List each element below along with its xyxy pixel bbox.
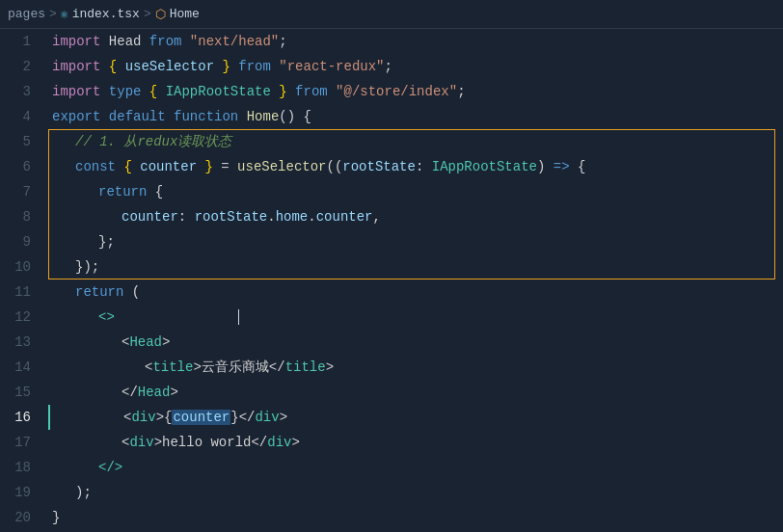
react-icon: ⚛ [61,7,68,22]
line-num-10: 10 [0,254,31,279]
line-num-5: 5 [0,129,31,154]
code-line-19: ); [48,480,783,505]
line-num-8: 8 [0,204,31,229]
line-num-3: 3 [0,79,31,104]
tab-bar: pages > ⚛ index.tsx > ⬡ Home [0,0,783,29]
line-num-1: 1 [0,29,31,54]
code-line-16: <div>{counter}</div> [48,405,783,430]
code-editor: 1 2 3 4 5 6 7 8 9 10 11 12 13 14 15 16 1… [0,29,783,532]
code-line-2: import { useSelector } from "react-redux… [48,54,783,79]
line-num-16: 16 [0,405,31,430]
line-num-14: 14 [0,355,31,380]
code-line-1: import Head from "next/head"; [48,29,783,54]
component-icon: ⬡ [155,7,166,22]
code-line-13: <Head> [48,330,783,355]
code-line-17: <div>hello world</div> [48,430,783,455]
code-line-6: const { counter } = useSelector((rootSta… [48,154,783,179]
breadcrumb-file1[interactable]: index.tsx [72,7,140,21]
code-line-10: }); [48,254,783,279]
line-num-7: 7 [0,179,31,204]
line-num-12: 12 [0,305,31,330]
breadcrumb-sep1: > [49,7,57,21]
code-line-12: <> [48,305,783,330]
line-num-20: 20 [0,505,31,530]
code-line-14: <title>云音乐商城</title> [48,355,783,380]
line-num-13: 13 [0,330,31,355]
line-num-19: 19 [0,480,31,505]
line-num-2: 2 [0,54,31,79]
breadcrumb: pages > ⚛ index.tsx > ⬡ Home [8,7,200,22]
text-cursor [238,309,239,325]
line-num-18: 18 [0,455,31,480]
line-num-4: 4 [0,104,31,129]
line-num-9: 9 [0,229,31,254]
code-line-11: return ( [48,279,783,305]
code-content[interactable]: import Head from "next/head"; import { u… [40,29,783,532]
code-line-5: // 1. 从redux读取状态 [48,129,783,154]
breadcrumb-file2[interactable]: Home [170,7,200,21]
breadcrumb-pages[interactable]: pages [8,7,45,21]
line-numbers: 1 2 3 4 5 6 7 8 9 10 11 12 13 14 15 16 1… [0,29,40,532]
code-line-18: </> [48,455,783,480]
line-num-6: 6 [0,154,31,179]
code-line-8: counter: rootState.home.counter, [48,204,783,229]
code-line-4: export default function Home() { [48,104,783,129]
line-num-11: 11 [0,279,31,305]
code-line-20: } [48,505,783,530]
line-num-15: 15 [0,380,31,405]
code-line-9: }; [48,229,783,254]
line-num-17: 17 [0,430,31,455]
code-line-3: import type { IAppRootState } from "@/st… [48,79,783,104]
code-line-15: </Head> [48,380,783,405]
breadcrumb-sep2: > [144,7,151,21]
code-line-7: return { [48,179,783,204]
